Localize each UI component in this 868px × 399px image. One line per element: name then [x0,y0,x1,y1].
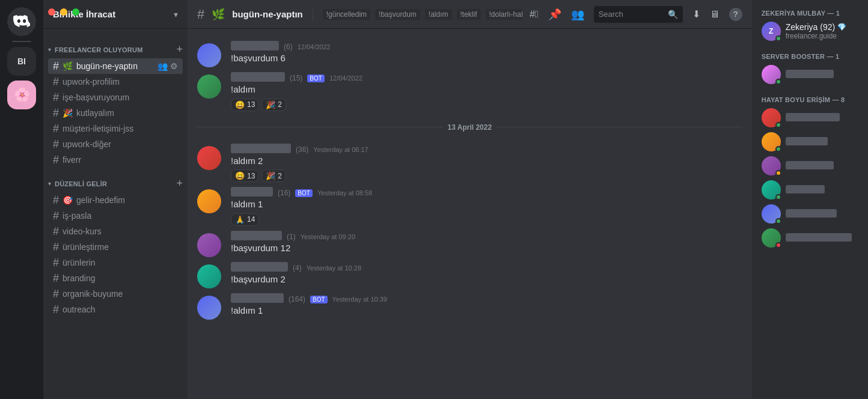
reaction-party[interactable]: 🎉2 [261,99,286,111]
reaction-party[interactable]: 🎉2 [261,169,286,182]
member-item-6[interactable] [757,226,868,250]
inbox-icon[interactable]: ⬇ [692,8,700,20]
message-text: !aldım 2 [231,155,742,168]
reaction-pray[interactable]: 🙏14 [231,213,259,226]
category-add-icon[interactable]: + [176,43,183,56]
message-count: (6) [284,43,293,51]
help-icon[interactable]: ? [729,8,742,21]
member-item-4[interactable] [757,178,868,202]
minimize-button[interactable] [60,8,67,16]
channel-item-upwork-profilim[interactable]: # upwork-profilim [48,74,183,90]
channel-hash-icon: # [53,139,59,150]
settings-icon[interactable]: ⚙ [170,61,178,71]
channel-item-bugün-ne-yaptın[interactable]: # 🌿 bugün-ne-yaptın 👥 ⚙ [48,58,183,74]
channel-item-organik-buyume[interactable]: # organik-buyume [48,286,183,302]
member-avatar [762,132,781,151]
member-item-5[interactable] [757,202,868,226]
channel-item-upwork-diğer[interactable]: # upwork-diğer [48,136,183,152]
message-content: (6) 12/04/2022 !başvurdum 6 [231,41,742,67]
server-divider [12,41,31,42]
channel-item-outreach[interactable]: # outreach [48,302,183,317]
member-info: Zekeriya (92) 💎 freelancer.guide [786,22,868,40]
channel-hash-icon: # [53,257,59,268]
server-icon-main[interactable]: BI [7,47,36,76]
member-info [786,136,868,147]
command-tag-5[interactable]: !dolarlı-haftam [486,9,522,20]
channel-name: kutlayalım [76,108,178,118]
member-item-2[interactable] [757,130,868,154]
command-tag-2[interactable]: !başvurdum [375,9,420,20]
discord-home-icon[interactable] [7,7,36,36]
message-group: (164) BOT Yesterday at 10:39 !aldım 1 [188,291,752,322]
member-item-3[interactable] [757,154,868,178]
members-icon[interactable]: 👥 [571,8,584,21]
close-button[interactable] [48,8,55,16]
username [231,41,279,50]
category-freelancer[interactable]: ▾ FREELANCER OLUYORUM + [43,34,188,58]
message-group: (15) BOT 12/04/2022 !aldım 😄13 🎉2 [188,70,752,114]
maximize-button[interactable] [72,8,79,16]
command-tag-3[interactable]: !aldım [425,9,452,20]
channel-item-fiverr[interactable]: # fiverr [48,152,183,168]
reaction-smile[interactable]: 😄13 [231,99,259,111]
screen-icon[interactable]: 🖥 [710,9,720,20]
channel-emoji: 🎉 [63,108,73,118]
channel-emoji: 🌿 [63,61,73,71]
channel-item-gelir-hedefim[interactable]: # 🎯 gelir-hedefim [48,192,183,208]
date-line [497,127,742,127]
channel-name: video-kurs [63,227,178,236]
message-header: (16) BOT Yesterday at 08:58 [231,187,742,197]
pin-icon[interactable]: 📌 [548,8,561,21]
search-icon[interactable]: 🔍 [668,10,678,19]
message-reactions: 😄13 🎉2 [231,169,742,182]
status-indicator [775,170,781,176]
channel-item-ürünleştirme[interactable]: # ürünleştirme [48,239,183,255]
command-tag-4[interactable]: !teklif [457,9,481,20]
channel-item-branding[interactable]: # branding [48,270,183,286]
command-tag-1[interactable]: !güncelledim [323,9,370,20]
channel-name: upwork-diğer [63,139,178,149]
search-bar[interactable]: Search 🔍 [594,6,683,23]
member-category-header: ZEKERİYA MULBAY — 1 [757,10,868,17]
window-controls [48,8,79,16]
channel-hash-icon: # [53,195,59,206]
header-divider [313,7,313,22]
message-text: !aldım [231,84,742,96]
message-text: !aldım 1 [231,198,742,211]
channel-item-müşteri-iletişimi[interactable]: # müşteri-iletişimi-jss [48,121,183,136]
channel-item-video-kurs[interactable]: # video-kurs [48,224,183,239]
member-avatar: Z [762,22,781,41]
message-group: (1) Yesterday at 09:20 !başvurdum 12 [188,228,752,260]
member-name-blurred [786,137,828,145]
message-timestamp: 12/04/2022 [329,75,362,82]
member-avatar [762,228,781,248]
channel-item-ürünlerin[interactable]: # ürünlerin [48,255,183,270]
channel-hash-icon: # [53,226,59,237]
category-düzenli-gelir[interactable]: ▾ DÜZENLİ GELİR + [43,168,188,192]
member-item-1[interactable] [757,106,868,130]
server-icon-flower[interactable]: 🌸 [7,81,36,109]
channel-item-iş-pasla[interactable]: # iş-pasla [48,208,183,224]
server-sidebar: BI 🌸 [0,0,43,399]
reaction-count: 14 [247,215,255,224]
date-line [197,127,443,127]
channel-name: upwork-profilim [63,77,178,87]
member-item-zekeriya[interactable]: Z Zekeriya (92) 💎 freelancer.guide [757,19,868,43]
username [231,231,282,240]
reaction-count: 13 [247,172,255,180]
members-icon[interactable]: 👥 [157,61,168,71]
category-chevron-icon: ▾ [48,180,51,187]
message-content: (15) BOT 12/04/2022 !aldım 😄13 🎉2 [231,72,742,111]
reaction-smile[interactable]: 😄13 [231,169,259,182]
member-avatar [762,204,781,224]
category-add-icon[interactable]: + [176,177,183,190]
message-timestamp: Yesterday at 10:39 [332,296,387,303]
member-name-blurred [786,233,852,242]
channel-item-kutlayalım[interactable]: # 🎉 kutlayalım [48,105,183,121]
channel-header-emoji: 🌿 [212,8,225,21]
member-item-booster[interactable] [757,62,868,87]
message-reactions: 🙏14 [231,213,742,226]
hash-icon[interactable]: #⃣ [530,9,539,20]
channel-item-işe-başvuruyorum[interactable]: # işe-başvuruyorum [48,90,183,105]
channel-name: organik-buyume [63,289,178,299]
